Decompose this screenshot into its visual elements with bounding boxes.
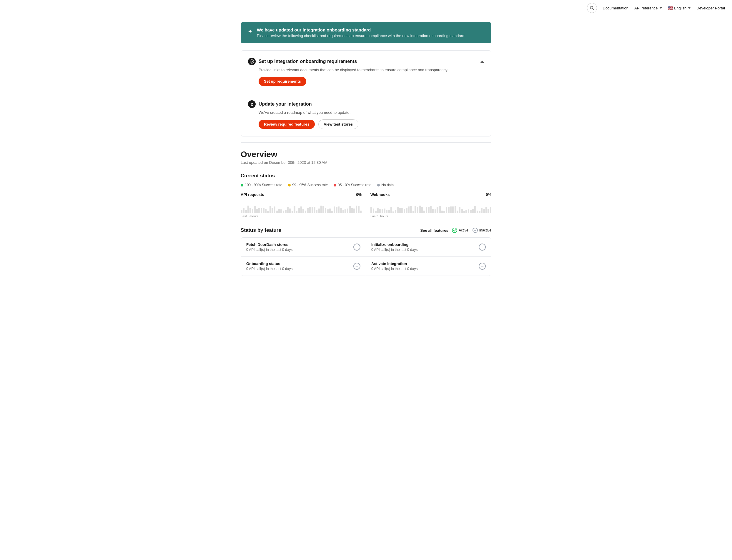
flag-icon: 🇺🇸 — [668, 6, 673, 10]
chart-bar — [327, 209, 328, 213]
chart-bar — [296, 211, 298, 213]
feature-stat: 0 API call(s) in the last 0 days — [371, 267, 418, 271]
step1-description: Provide links to relevant documents that… — [258, 68, 484, 72]
chart-bar — [293, 206, 295, 213]
feature-name: Onboarding status — [246, 261, 292, 266]
nav-developer-portal[interactable]: Developer Portal — [696, 6, 725, 10]
step2-title-row: 2 Update your integration — [248, 100, 311, 108]
chart-bar — [265, 209, 267, 213]
set-up-requirements-button[interactable]: Set up requirements — [258, 77, 306, 86]
chart-bar — [435, 209, 436, 213]
chart-bar — [347, 209, 348, 213]
chart-bar — [309, 207, 311, 213]
dot-green — [241, 184, 243, 186]
chart-bar — [333, 206, 335, 213]
chart-bar — [254, 206, 256, 213]
chart-bar — [386, 210, 388, 213]
review-required-features-button[interactable]: Review required features — [258, 120, 315, 129]
svg-line-1 — [593, 9, 594, 10]
chart-bar — [375, 211, 377, 213]
chart-bar — [410, 206, 412, 213]
active-label: Active — [459, 228, 469, 232]
chart-bar — [320, 206, 322, 213]
chart-bar — [461, 209, 463, 213]
update-banner: ✦ We have updated our integration onboar… — [241, 22, 491, 43]
collapse-icon[interactable] — [481, 61, 484, 63]
step2-section: 2 Update your integration We've created … — [248, 100, 484, 129]
chart-bar — [483, 209, 485, 213]
legend-none-label: No data — [381, 183, 394, 187]
chart-bar — [371, 207, 372, 213]
charts-grid: API requests 0% Last 5 hours Webhooks 0%… — [241, 192, 491, 218]
feature-legend: Active Inactive — [452, 228, 491, 233]
chart-bar — [466, 210, 467, 213]
header: Documentation API reference 🇺🇸 English D… — [0, 0, 732, 16]
step2-title: Update your integration — [258, 101, 311, 107]
webhooks-header: Webhooks 0% — [371, 192, 491, 197]
chart-bar — [432, 209, 434, 213]
chart-bar — [426, 207, 428, 213]
inactive-icon — [473, 228, 478, 233]
section-divider — [241, 142, 491, 143]
chart-bar — [415, 206, 416, 213]
feature-status-icon — [353, 263, 360, 270]
chart-bar — [278, 209, 280, 213]
main-content: ✦ We have updated our integration onboar… — [233, 16, 499, 282]
chart-bar — [263, 208, 264, 213]
chart-bar — [479, 211, 481, 213]
chart-bar — [274, 206, 276, 213]
legend-low: 95 - 0% Success rate — [333, 183, 371, 187]
feature-stat: 0 API call(s) in the last 0 days — [246, 248, 292, 252]
chart-bar — [318, 209, 320, 213]
chart-bar — [322, 206, 324, 213]
chart-bar — [450, 206, 452, 213]
chart-bar — [285, 210, 286, 213]
chart-bar — [351, 208, 353, 213]
nav-language[interactable]: 🇺🇸 English — [668, 6, 691, 10]
feature-status-icon — [353, 244, 360, 251]
chart-bar — [388, 210, 390, 213]
chart-bar — [446, 207, 448, 213]
chart-bar — [316, 210, 318, 213]
chart-bar — [464, 211, 465, 213]
step2-description: We've created a roadmap of what you need… — [258, 110, 484, 115]
banner-title: We have updated our integration onboardi… — [257, 27, 466, 32]
webhooks-chart: Webhooks 0% Last 5 hours — [371, 192, 491, 218]
api-requests-label: API requests — [241, 192, 264, 197]
legend-low-label: 95 - 0% Success rate — [338, 183, 371, 187]
chart-bar — [329, 209, 331, 213]
nav-documentation[interactable]: Documentation — [603, 6, 628, 10]
see-all-features-link[interactable]: See all features — [421, 228, 449, 233]
legend-high: 100 - 99% Success rate — [241, 183, 282, 187]
chart-bar — [243, 208, 245, 213]
chart-bar — [413, 211, 414, 213]
step1-header: Set up integration onboarding requiremen… — [248, 58, 484, 65]
chart-bar — [419, 206, 421, 213]
inactive-dash-icon — [481, 264, 484, 268]
chart-bar — [276, 211, 278, 213]
step1-icon — [248, 58, 256, 65]
webhooks-label: Webhooks — [371, 192, 390, 197]
feature-info: Onboarding status 0 API call(s) in the l… — [246, 261, 292, 271]
banner-text: We have updated our integration onboardi… — [257, 27, 466, 38]
chart-bar — [474, 206, 476, 213]
chart-bar — [307, 208, 308, 213]
step1-title: Set up integration onboarding requiremen… — [258, 59, 357, 64]
inactive-legend: Inactive — [473, 228, 491, 233]
chart-bar — [395, 210, 397, 213]
legend-mid: 99 - 95% Success rate — [288, 183, 328, 187]
view-test-stores-button[interactable]: View test stores — [318, 119, 358, 129]
active-icon — [452, 228, 457, 233]
chart-bar — [481, 208, 483, 213]
chart-bar — [424, 211, 425, 213]
feature-name: Fetch DoorDash stores — [246, 242, 292, 247]
search-button[interactable] — [587, 3, 597, 13]
chart-bar — [468, 209, 470, 213]
chart-bar — [300, 206, 302, 213]
chart-bar — [444, 211, 445, 213]
chart-bar — [377, 208, 379, 213]
chart-bar — [252, 209, 253, 213]
nav-api-reference[interactable]: API reference — [634, 6, 662, 10]
chart-bar — [338, 206, 340, 213]
feature-controls: See all features Active Inactive — [421, 228, 491, 233]
